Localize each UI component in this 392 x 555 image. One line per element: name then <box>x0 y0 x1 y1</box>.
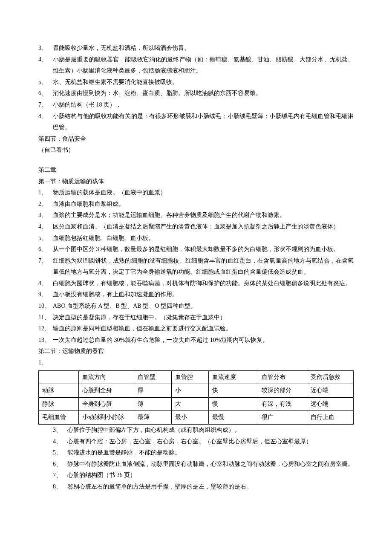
item-text: 小肠的结构（书 18 页）， <box>53 99 354 111</box>
table-cell: 小动脉到小静脉 <box>79 411 134 425</box>
item-text: 鉴别心脏左右的最简单的方法是用手捏，壁厚的是左，壁较薄的是右。 <box>67 481 354 493</box>
table-cell: 血流速度 <box>208 370 258 384</box>
table-cell: 厚 <box>134 384 171 398</box>
item-text: 输血的原则是同种血型相输血，但在输血之前要进行交叉配血试验。 <box>53 323 354 335</box>
list-item: 5、水、无机盐和维生素不需要消化能直接被吸收。 <box>38 77 354 88</box>
item-text: 物质运输的载体是血液。（血液中的血浆） <box>53 187 354 199</box>
item-number: 7、 <box>53 470 67 481</box>
table-cell: 最薄 <box>134 411 171 425</box>
section-4-title: 第四节：食品安全 <box>38 133 354 145</box>
item-number: 9、 <box>38 289 53 301</box>
top-item-list: 3、胃能吸收少量水，无机盐和酒精，所以喝酒会伤胃。 4、小肠是最重要的吸收器官，… <box>38 43 354 133</box>
ch2s2-item-list: 3、心脏位于胸腔中部偏左下方，由心机构成（或有肌肉组织构成）。 4、心脏有四个腔… <box>38 425 354 493</box>
item-number: 4、 <box>38 54 53 77</box>
item-text: ABO 血型系统有 A 型、B 型、AB 型、O 型四种血型。 <box>53 301 354 312</box>
item-number: 12、 <box>38 323 53 335</box>
list-item: 4、心脏有四个腔：左心房，左心室，右心房，右心室。（心室壁比心房壁后，但左心室壁… <box>53 436 354 448</box>
item-text: 心脏位于胸腔中部偏左下方，由心机构成（或有肌肉组织构成）。 <box>67 425 354 436</box>
item-text: 心脏有四个腔：左心房，左心室，右心房，右心室。（心室壁比心房壁后，但左心室壁最厚… <box>67 436 354 448</box>
list-item: 7、心脏的结构图（书 36 页） <box>53 470 354 481</box>
blood-vessel-table: 血流方向 血管壁 血管腔 血流速度 血管分布 受伤后急救 动脉 心脏到全身 厚 … <box>38 370 354 425</box>
table-cell: 薄 <box>134 397 171 411</box>
item-number: 8、 <box>38 278 53 289</box>
item-text: 区分血浆和血清。（血清是凝结之后聚缩产生的淡黄色液体；血浆是加入抗凝剂之后静止产… <box>53 221 354 233</box>
table-lead-number: 1、 <box>38 357 354 369</box>
table-cell: 很广 <box>258 411 307 425</box>
section-4-note: （自己看书） <box>38 145 354 156</box>
ch2s1-item-list: 1、物质运输的载体是血液。（血液中的血浆） 2、血液由血细胞和血浆组成。 3、血… <box>38 187 354 346</box>
item-text: 血细胞包括红细胞、白细胞、血小板。 <box>53 233 354 244</box>
list-item: 10、ABO 血型系统有 A 型、B 型、AB 型、O 型四种血型。 <box>38 301 354 312</box>
list-item: 7、小肠的结构（书 18 页）， <box>38 99 354 111</box>
item-number: 5、 <box>38 77 53 88</box>
item-text: 消化速度由慢到快为：水、淀粉、蛋白质、脂肪。所以吃油腻的东西不容易饿。 <box>53 88 354 99</box>
chapter-2-section-1-title: 第一节：物质运输的载体 <box>38 176 354 188</box>
table-cell: 较深的部分 <box>258 384 307 398</box>
table-cell <box>39 370 79 384</box>
table-cell: 动脉 <box>39 384 79 398</box>
table-cell: 毛细血管 <box>39 411 79 425</box>
list-item: 7、红细胞为双凹圆饼状，成熟的细胞的没有细胞核。红细胞含丰富的血红蛋白，在含氧量… <box>38 255 354 278</box>
item-text: 从一个图中区分 3 种细胞，数量最多的是红细胞，体积最大却数量不多的为白细胞，形… <box>53 244 354 255</box>
item-number: 8、 <box>53 481 67 493</box>
item-number: 4、 <box>53 436 67 448</box>
table-cell: 受伤后急救 <box>307 370 354 384</box>
table-row: 毛细血管 小动脉到小静脉 最薄 最小 最慢 很广 自行止血 <box>39 411 354 425</box>
item-number: 7、 <box>38 255 53 278</box>
table-row: 血流方向 血管壁 血管腔 血流速度 血管分布 受伤后急救 <box>39 370 354 384</box>
item-number: 11、 <box>38 312 53 324</box>
item-text: 决定血型的是凝集原，存在于红细胞中。（凝集素存在于血浆中） <box>53 312 354 324</box>
list-item: 8、白细胞为圆球状，有细胞核，能吞噬病菌，对机体有防御和保护的功能。身体的某处白… <box>38 278 354 289</box>
item-text: 血小板没有细胞核，有止血和加速凝血的作用。 <box>53 289 354 301</box>
item-text: 血浆的主要成分是水；功能是运输血细胞、各种营养物质及细胞产生的代谢产物和激素。 <box>53 210 354 221</box>
item-text: 小肠结构与他的吸收功能有关的是：有很多环形皱襞和小肠绒毛；小肠绒毛壁薄；小肠绒毛… <box>53 111 354 133</box>
item-number: 13、 <box>38 335 53 346</box>
list-item: 9、血小板没有细胞核，有止血和加速凝血的作用。 <box>38 289 354 301</box>
item-text: 心脏的结构图（书 36 页） <box>67 470 354 481</box>
item-text: 小肠是最重要的吸收器官，能吸收它消化的最终产物（如：葡萄糖、氨基酸、甘油、脂肪酸… <box>53 54 354 77</box>
table-row: 动脉 心脏到全身 厚 小 快 较深的部分 近心端 <box>39 384 354 398</box>
list-item: 6、消化速度由慢到快为：水、淀粉、蛋白质、脂肪。所以吃油腻的东西不容易饿。 <box>38 88 354 99</box>
list-item: 1、物质运输的载体是血液。（血液中的血浆） <box>38 187 354 199</box>
item-number: 1、 <box>38 187 53 199</box>
item-number: 8、 <box>38 111 53 133</box>
list-item: 13、一次失血超过总血量的 30%就有生命危险，一次失血不超过 10%短期内可以… <box>38 335 354 346</box>
item-number: 6、 <box>38 88 53 99</box>
table-cell: 全身到心脏 <box>79 397 134 411</box>
table-cell: 远心端 <box>307 397 354 411</box>
table-cell: 血流方向 <box>79 370 134 384</box>
table-cell: 最慢 <box>208 411 258 425</box>
list-item: 2、血液由血细胞和血浆组成。 <box>38 199 354 210</box>
item-number: 3、 <box>53 425 67 436</box>
list-item: 3、血浆的主要成分是水；功能是运输血细胞、各种营养物质及细胞产生的代谢产物和激素… <box>38 210 354 221</box>
list-item: 3、胃能吸收少量水，无机盐和酒精，所以喝酒会伤胃。 <box>38 43 354 54</box>
item-number: 5、 <box>53 447 67 459</box>
item-text: 一次失血超过总血量的 30%就有生命危险，一次失血不超过 10%短期内可以恢复。 <box>53 335 354 346</box>
list-item: 6、从一个图中区分 3 种细胞，数量最多的是红细胞，体积最大却数量不多的为白细胞… <box>38 244 354 255</box>
table-row: 静脉 全身到心脏 薄 大 慢 有深，有浅 远心端 <box>39 397 354 411</box>
table-cell: 小 <box>171 384 208 398</box>
item-number: 7、 <box>38 99 53 111</box>
chapter-2-section-2-title: 第二节：运输物质的器官 <box>38 346 354 357</box>
table-cell: 快 <box>208 384 258 398</box>
table-cell: 血管壁 <box>134 370 171 384</box>
item-number: 4、 <box>38 221 53 233</box>
item-number: 3、 <box>38 210 53 221</box>
list-item: 12、输血的原则是同种血型相输血，但在输血之前要进行交叉配血试验。 <box>38 323 354 335</box>
table-cell: 慢 <box>208 397 258 411</box>
item-number: 3、 <box>38 43 53 54</box>
table-cell: 血管分布 <box>258 370 307 384</box>
item-text: 水、无机盐和维生素不需要消化能直接被吸收。 <box>53 77 354 88</box>
list-item: 8、鉴别心脏左右的最简单的方法是用手捏，壁厚的是左，壁较薄的是右。 <box>53 481 354 493</box>
list-item: 4、区分血浆和血清。（血清是凝结之后聚缩产生的淡黄色液体；血浆是加入抗凝剂之后静… <box>38 221 354 233</box>
item-text: 白细胞为圆球状，有细胞核，能吞噬病菌，对机体有防御和保护的功能。身体的某处白细胞… <box>53 278 354 289</box>
table-cell: 血管腔 <box>171 370 208 384</box>
chapter-2-title: 第二章 <box>38 165 354 176</box>
list-item: 6、静脉中有静脉瓣防止血液倒流，动脉里面没有动脉瓣，心室和动脉之间有动脉瓣，心房… <box>53 459 354 470</box>
list-item: 5、能灌进水的是血管是静脉，不能的是动脉。 <box>53 447 354 459</box>
table-cell: 近心端 <box>307 384 354 398</box>
item-text: 胃能吸收少量水，无机盐和酒精，所以喝酒会伤胃。 <box>53 43 354 54</box>
item-number: 5、 <box>38 233 53 244</box>
item-text: 血液由血细胞和血浆组成。 <box>53 199 354 210</box>
item-number: 10、 <box>38 301 53 312</box>
